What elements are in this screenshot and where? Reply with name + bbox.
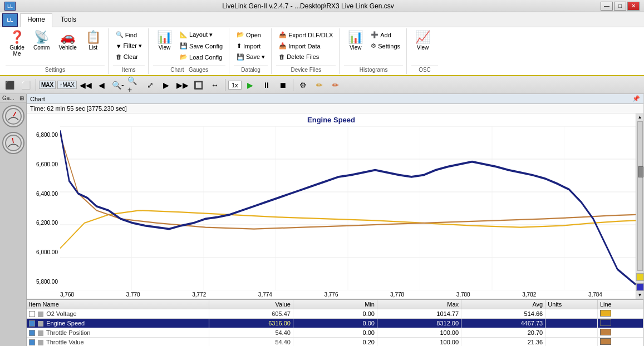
- histogram-settings-button[interactable]: ⚙ Settings: [368, 41, 403, 51]
- gauge-1[interactable]: [2, 105, 24, 127]
- scroll-up-arrow[interactable]: ▲: [638, 115, 642, 120]
- chart-title: Engine Speed: [27, 113, 636, 126]
- tab-tools[interactable]: Tools: [53, 13, 83, 27]
- chart-with-scroll: Engine Speed 6,800.00 6,600.00 6,400.00 …: [27, 113, 643, 299]
- tb-zoom-box[interactable]: 🔲: [191, 78, 206, 92]
- layout-button[interactable]: 📐 Layout ▾: [177, 29, 225, 40]
- table-row[interactable]: Throttle Value 54.40 0.20 100.00 21.36: [27, 338, 643, 347]
- row-type-icon: [38, 340, 43, 345]
- row-value: 54.40: [209, 328, 293, 338]
- toolbar: ⬛ ⬜ MAX ↑MAX ◀◀ ◀ 🔍- 🔍+ ⤢ ▶ ▶▶ 🔲 ↔ 1x ▶ …: [0, 76, 644, 94]
- gauge-2[interactable]: [2, 132, 24, 154]
- import-button[interactable]: ⬆ Import: [234, 41, 268, 51]
- ribbon-tab-bar: LL Home Tools: [0, 12, 644, 27]
- view-osc-button[interactable]: 📈 View: [411, 29, 434, 52]
- table-row[interactable]: O2 Voltage 605.47 0.00 1014.77 514.66: [27, 309, 643, 319]
- save-config-button[interactable]: 💾 Save Config: [177, 41, 225, 51]
- export-button[interactable]: 📤 Export DLF/DLX: [276, 29, 336, 40]
- layout-icon: 📐: [180, 31, 188, 38]
- row-line-color: [597, 319, 643, 328]
- app-logo: LL: [2, 13, 18, 27]
- tab-home[interactable]: Home: [20, 13, 52, 27]
- row-checkbox[interactable]: [29, 330, 35, 336]
- gauge-panel-expand[interactable]: ⊞: [19, 95, 24, 101]
- row-type-icon: [38, 312, 43, 317]
- y-label-6200: 6,200.00: [29, 220, 58, 226]
- scroll-thumb[interactable]: [638, 166, 643, 177]
- col-max: Max: [377, 300, 461, 309]
- list-button[interactable]: 📋 List: [82, 29, 105, 52]
- max-button[interactable]: MAX: [39, 81, 56, 89]
- items-col: 🔍 Find ▼ Filter ▾ 🗑 Clear: [113, 29, 145, 62]
- play-button[interactable]: ▶: [243, 78, 258, 92]
- playback-speed[interactable]: 1x: [228, 81, 242, 90]
- pencil2-button[interactable]: ✏: [328, 78, 343, 92]
- find-button[interactable]: 🔍 Find: [113, 29, 145, 40]
- tb-zoom-out-button[interactable]: 🔍-: [111, 78, 125, 92]
- datalog-col: 📂 Open ⬆ Import 💾 Save ▾: [234, 29, 268, 62]
- guide-me-button[interactable]: ❓ GuideMe: [6, 29, 28, 58]
- maximize-button[interactable]: □: [614, 2, 626, 11]
- filter-button[interactable]: ▼ Filter ▾: [113, 41, 145, 51]
- comm-icon: 📡: [34, 31, 49, 43]
- pause-button[interactable]: ⏸: [259, 78, 274, 92]
- row-type-icon: [38, 330, 43, 336]
- guide-me-label: GuideMe: [9, 45, 24, 57]
- pencil-button[interactable]: ✏: [312, 78, 327, 92]
- row-checkbox[interactable]: [29, 339, 35, 345]
- col-avg: Avg: [461, 300, 545, 309]
- tb-zoom-x[interactable]: ↔: [208, 78, 222, 92]
- save-config-icon: 💾: [180, 42, 188, 50]
- import-data-button[interactable]: 📥 Import Data: [276, 41, 336, 51]
- open-icon: 📂: [237, 31, 244, 38]
- chart-svg-container[interactable]: [60, 126, 636, 290]
- tb-end-button[interactable]: ▶▶: [175, 78, 190, 92]
- clear-button[interactable]: 🗑 Clear: [113, 52, 145, 62]
- settings-tb-button[interactable]: ⚙: [296, 78, 311, 92]
- open-button[interactable]: 📂 Open: [234, 29, 268, 40]
- view-osc-label: View: [417, 45, 429, 51]
- add-histogram-button[interactable]: ➕ Add: [368, 29, 403, 40]
- scroll-down-arrow[interactable]: ▼: [638, 293, 642, 298]
- delete-files-button[interactable]: 🗑 Delete Files: [276, 52, 336, 62]
- chart-pin-icon[interactable]: 📌: [632, 95, 640, 102]
- tb-back-button[interactable]: ◀◀: [78, 78, 93, 92]
- comm-button[interactable]: 📡 Comm: [30, 29, 53, 52]
- minimize-button[interactable]: —: [601, 2, 613, 11]
- table-row[interactable]: Engine Speed 6316.00 0.00 8312.00 4467.7…: [27, 319, 643, 328]
- row-name: Throttle Value: [46, 339, 84, 345]
- tb-zoom-in-button[interactable]: 🔍+: [127, 78, 141, 92]
- settings-buttons: ❓ GuideMe 📡 Comm 🚗 Vehicle 📋 List: [6, 29, 105, 64]
- stop-button[interactable]: ⏹: [276, 78, 290, 92]
- tb-right-button[interactable]: ▶: [159, 78, 174, 92]
- tb-btn-2[interactable]: ⬜: [18, 78, 33, 92]
- ribbon-group-chart: 📊 View 📐 Layout ▾ 💾 Save Config 📂 Load C…: [150, 28, 229, 74]
- load-config-button[interactable]: 📂 Load Config: [177, 52, 225, 62]
- row-max: 100.00: [377, 328, 461, 338]
- row-max: 100.00: [377, 338, 461, 347]
- items-group-label: Items: [113, 65, 145, 73]
- open-label: Open: [246, 32, 261, 38]
- tb-sep-2: [225, 79, 225, 91]
- view-histogram-button[interactable]: 📊 View: [344, 29, 367, 52]
- scroll-track[interactable]: [637, 121, 643, 271]
- save-button[interactable]: 💾 Save ▾: [234, 52, 268, 62]
- filter-label: Filter ▾: [124, 42, 142, 50]
- close-button[interactable]: ✕: [627, 2, 640, 11]
- tb-btn-1[interactable]: ⬛: [2, 78, 17, 92]
- table-row[interactable]: Throttle Position 54.40 0.00 100.00 20.7…: [27, 328, 643, 338]
- row-name: Engine Speed: [46, 320, 85, 327]
- row-checkbox[interactable]: [29, 311, 35, 317]
- vehicle-button[interactable]: 🚗 Vehicle: [55, 29, 80, 52]
- row-units: [545, 338, 598, 347]
- row-checkbox[interactable]: [29, 320, 35, 327]
- tb-fit-button[interactable]: ⤢: [143, 78, 158, 92]
- max2-button[interactable]: ↑MAX: [57, 81, 77, 89]
- ribbon-group-items: 🔍 Find ▼ Filter ▾ 🗑 Clear Items: [110, 28, 149, 74]
- tb-left-button[interactable]: ◀: [95, 78, 109, 92]
- chart-title-bar: Chart: [30, 96, 45, 102]
- chart-area: Chart 📌 Time: 62 min 55 sec [3775.230 se…: [27, 94, 644, 346]
- view-chart-button[interactable]: 📊 View: [153, 29, 176, 52]
- view-chart-icon: 📊: [157, 31, 172, 43]
- chart-header: Chart 📌: [27, 94, 643, 104]
